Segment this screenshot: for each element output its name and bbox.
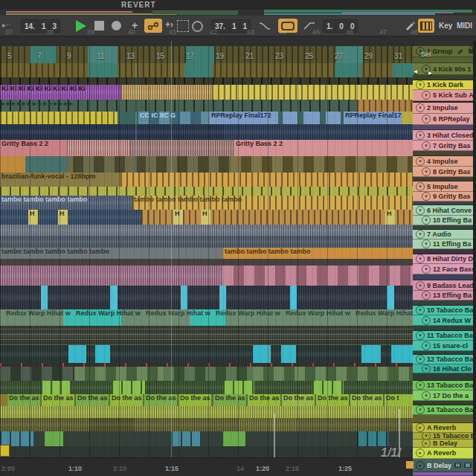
- clip[interactable]: [0, 326, 413, 345]
- disclosure-icon[interactable]: ▾: [416, 182, 425, 191]
- track-header[interactable]: ▾8 Gritty Bas: [413, 167, 476, 177]
- vertical-scrollbar[interactable]: [473, 41, 476, 476]
- disclosure-icon[interactable]: ▾: [416, 131, 425, 140]
- track-play-icon[interactable]: ▸: [416, 423, 425, 432]
- clip[interactable]: Redux Warp Hihat w: [214, 309, 283, 326]
- track-header[interactable]: ▸B Delay: [413, 440, 476, 448]
- wrench-icon[interactable]: [457, 48, 463, 54]
- track-header[interactable]: ▸B DelayHM: [413, 459, 476, 472]
- clip[interactable]: Gritty Bass 2 2: [0, 140, 67, 156]
- clip[interactable]: Do t: [385, 394, 413, 406]
- clip[interactable]: [0, 406, 413, 418]
- track-header[interactable]: ▾4 Impulse: [413, 156, 476, 167]
- clip[interactable]: [0, 225, 413, 236]
- clip[interactable]: [0, 236, 413, 248]
- track-header[interactable]: ▾6 Hihat Conve: [413, 205, 476, 216]
- disclosure-icon[interactable]: ▾: [422, 433, 431, 440]
- track-header[interactable]: ▾10 Tabacco Ba: [413, 306, 476, 315]
- clip[interactable]: [0, 112, 118, 124]
- clip[interactable]: [357, 431, 388, 446]
- track-header[interactable]: ▾5 Impulse: [413, 181, 476, 192]
- clip[interactable]: [303, 112, 320, 124]
- clip[interactable]: [393, 63, 413, 77]
- disclosure-icon[interactable]: ▾: [422, 341, 431, 350]
- arrangement-position-display[interactable]: 14.13: [21, 19, 60, 33]
- clip[interactable]: [253, 367, 413, 381]
- clip[interactable]: [0, 187, 413, 196]
- track-header[interactable]: ▾13 Tabacco Ba: [413, 381, 476, 390]
- track-header[interactable]: ▾1 Kick Dark: [413, 80, 476, 90]
- clip[interactable]: [219, 286, 226, 309]
- clip[interactable]: [130, 140, 234, 156]
- clip[interactable]: Do the as: [110, 394, 143, 406]
- track-header[interactable]: ▾16 Hihat Clo: [413, 364, 476, 373]
- clip[interactable]: Do the as: [178, 394, 211, 406]
- clip[interactable]: H: [385, 210, 395, 225]
- clip[interactable]: [0, 156, 25, 173]
- clip[interactable]: [0, 77, 413, 85]
- disclosure-icon[interactable]: ▾: [422, 192, 431, 201]
- clip[interactable]: RPReplay Final172: [210, 112, 278, 124]
- disclosure-icon[interactable]: ▾: [416, 331, 425, 340]
- track-header[interactable]: ▾10 Effing Ba: [413, 216, 476, 225]
- pan-left-icon[interactable]: ◂: [414, 67, 417, 75]
- disclosure-icon[interactable]: ▾: [416, 230, 425, 239]
- clip[interactable]: Do the as: [316, 394, 349, 406]
- clip[interactable]: [357, 100, 413, 112]
- clip[interactable]: [88, 63, 118, 77]
- track-header[interactable]: ▾12 Tabacco Ba: [413, 355, 476, 364]
- play-button[interactable]: [76, 20, 86, 32]
- disclosure-icon[interactable]: ▾: [416, 405, 425, 414]
- track-header[interactable]: ▾14 Redux W: [413, 315, 476, 326]
- track-header[interactable]: ▾5 Kick Sub A: [413, 90, 476, 101]
- clip[interactable]: [253, 345, 271, 363]
- clip[interactable]: Do the as: [213, 394, 246, 406]
- clip[interactable]: Redux Warp Hihat w: [4, 309, 73, 326]
- clip[interactable]: [0, 418, 413, 431]
- clip[interactable]: [41, 381, 71, 394]
- disclosure-icon[interactable]: ▾: [416, 254, 425, 263]
- clip[interactable]: [25, 156, 67, 173]
- clip[interactable]: Redux Warp Hihat w: [284, 309, 353, 326]
- computer-midi-keyboard-button[interactable]: [418, 19, 434, 33]
- track-header[interactable]: ▾7 Gritty Bas: [413, 141, 476, 151]
- clip[interactable]: Ki Ki Ki Ki Ki Ki Ki Ki Ki Ki: [0, 85, 121, 100]
- clip[interactable]: H: [201, 210, 210, 225]
- track-header[interactable]: ▾13 Effing Ba: [413, 291, 476, 300]
- clip[interactable]: [171, 431, 201, 446]
- clip[interactable]: Do the as: [248, 394, 280, 406]
- clip[interactable]: [41, 286, 48, 309]
- track-header[interactable]: ▾9 Badass Lead: [413, 280, 476, 291]
- track-header[interactable]: ▾11 Effing Ba: [413, 239, 476, 249]
- track-header[interactable]: ▾8 Hihat Dirty D: [413, 254, 476, 264]
- clip[interactable]: tambo tambo tambo tambo tambo: [132, 196, 413, 210]
- clip[interactable]: Redux Warp Hihat: [354, 309, 413, 326]
- record-button[interactable]: [112, 21, 121, 30]
- clip[interactable]: tambo tambo tambo tambo: [0, 196, 132, 210]
- clip[interactable]: Redux Warp Hihat w: [74, 309, 143, 326]
- disclosure-icon[interactable]: ▾: [422, 91, 431, 100]
- punch-in-button[interactable]: [259, 22, 271, 30]
- clip[interactable]: [67, 140, 130, 156]
- track-badge[interactable]: M: [464, 463, 472, 468]
- clip[interactable]: [312, 381, 344, 394]
- clip[interactable]: brazilian-funk-vocal - 128bpm: [0, 173, 120, 187]
- clip[interactable]: [281, 345, 296, 363]
- disclosure-icon[interactable]: ▾: [416, 206, 425, 215]
- clip[interactable]: [290, 286, 297, 309]
- clip[interactable]: [335, 63, 361, 77]
- disclosure-icon[interactable]: ▾: [422, 364, 431, 373]
- track-header[interactable]: ▸A Reverb: [413, 423, 476, 433]
- clip[interactable]: [0, 286, 413, 309]
- disclosure-icon[interactable]: ▾: [422, 291, 431, 300]
- clip[interactable]: [121, 85, 212, 100]
- disclosure-icon[interactable]: ▾: [422, 216, 431, 225]
- clip[interactable]: [387, 286, 394, 309]
- clip[interactable]: [164, 367, 253, 381]
- clip[interactable]: Do the as: [350, 394, 383, 406]
- disclosure-icon[interactable]: ▾: [416, 157, 425, 166]
- clip[interactable]: [223, 124, 413, 140]
- clip[interactable]: [283, 112, 298, 124]
- clip[interactable]: H: [58, 210, 68, 225]
- disclosure-icon[interactable]: ▾: [422, 316, 431, 325]
